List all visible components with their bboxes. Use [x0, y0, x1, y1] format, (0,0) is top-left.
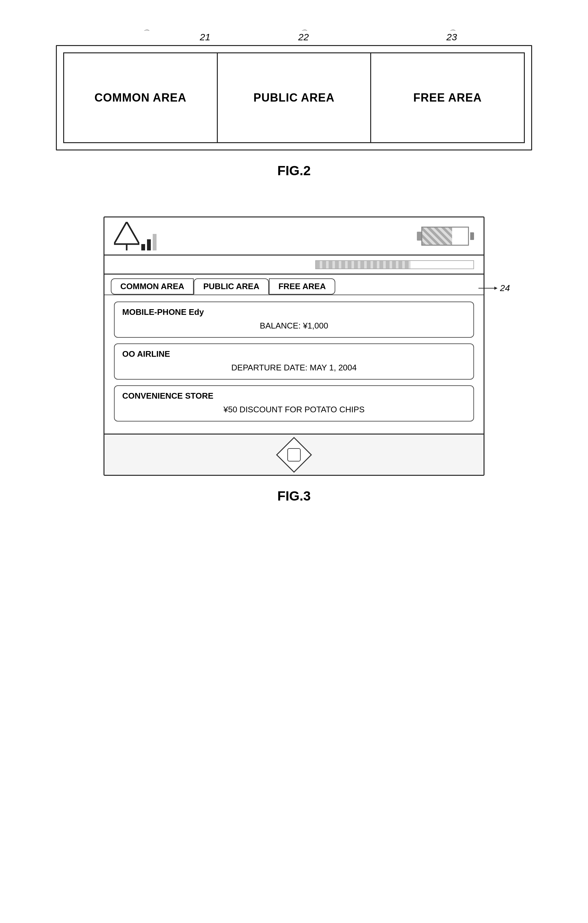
svg-rect-6 — [147, 239, 151, 250]
status-bar — [105, 217, 483, 256]
public-area-cell: PUBLIC AREA — [218, 53, 371, 142]
ref-24: 24 — [500, 283, 510, 293]
card-airline-detail: DEPARTURE DATE: MAY 1, 2004 — [122, 361, 466, 374]
card-store-title: CONVENIENCE STORE — [122, 391, 466, 401]
tab-public-area[interactable]: PUBLIC AREA — [194, 278, 269, 294]
fig2-inner-grid: COMMON AREA PUBLIC AREA FREE AREA — [63, 53, 525, 143]
antenna-icon — [114, 222, 140, 250]
free-area-cell: FREE AREA — [371, 53, 524, 142]
fig3-diagram: 24 — [103, 217, 485, 529]
svg-rect-5 — [141, 244, 145, 250]
battery-icon — [417, 227, 474, 246]
fig2-diagram: 21 22 23 COMMON AREA PUBLIC AREA FREE AR… — [56, 32, 532, 204]
card-edy: MOBILE-PHONE Edy BALANCE: ¥1,000 — [114, 302, 474, 338]
phone-nav-bar — [105, 434, 483, 475]
ref-24-container: 24 — [478, 283, 510, 293]
tab-free-area[interactable]: FREE AREA — [269, 278, 335, 294]
ref-22: 22 — [230, 32, 378, 43]
phone-content-area: MOBILE-PHONE Edy BALANCE: ¥1,000 OO AIRL… — [105, 294, 483, 434]
card-airline: OO AIRLINE DEPARTURE DATE: MAY 1, 2004 — [114, 343, 474, 379]
ref-23: 23 — [378, 32, 526, 43]
progress-bar-area — [105, 256, 483, 274]
card-store-detail: ¥50 DISCOUNT FOR POTATO CHIPS — [122, 403, 466, 416]
card-airline-title: OO AIRLINE — [122, 349, 466, 359]
phone-screen: COMMON AREA PUBLIC AREA FREE AREA MOBILE… — [103, 217, 485, 476]
card-store: CONVENIENCE STORE ¥50 DISCOUNT FOR POTAT… — [114, 385, 474, 422]
svg-rect-7 — [153, 234, 156, 250]
fig2-ref-numbers: 21 22 23 — [56, 32, 532, 43]
fig2-caption: FIG.2 — [56, 163, 532, 178]
signal-bars-icon — [141, 232, 157, 250]
tab-common-area[interactable]: COMMON AREA — [111, 278, 194, 294]
progress-bar-fill — [316, 261, 411, 269]
fig2-outer-box: COMMON AREA PUBLIC AREA FREE AREA — [56, 45, 532, 151]
card-edy-detail: BALANCE: ¥1,000 — [122, 320, 466, 332]
svg-marker-1 — [494, 287, 498, 290]
svg-marker-3 — [118, 228, 135, 243]
ref-21: 21 — [62, 32, 230, 43]
phone-tabs: COMMON AREA PUBLIC AREA FREE AREA — [105, 274, 483, 294]
fig3-caption: FIG.3 — [103, 488, 485, 504]
card-edy-title: MOBILE-PHONE Edy — [122, 307, 466, 317]
progress-bar-track — [315, 260, 474, 269]
signal-icon — [114, 222, 157, 250]
nav-diamond-button[interactable] — [278, 439, 310, 471]
common-area-cell: COMMON AREA — [64, 53, 218, 142]
